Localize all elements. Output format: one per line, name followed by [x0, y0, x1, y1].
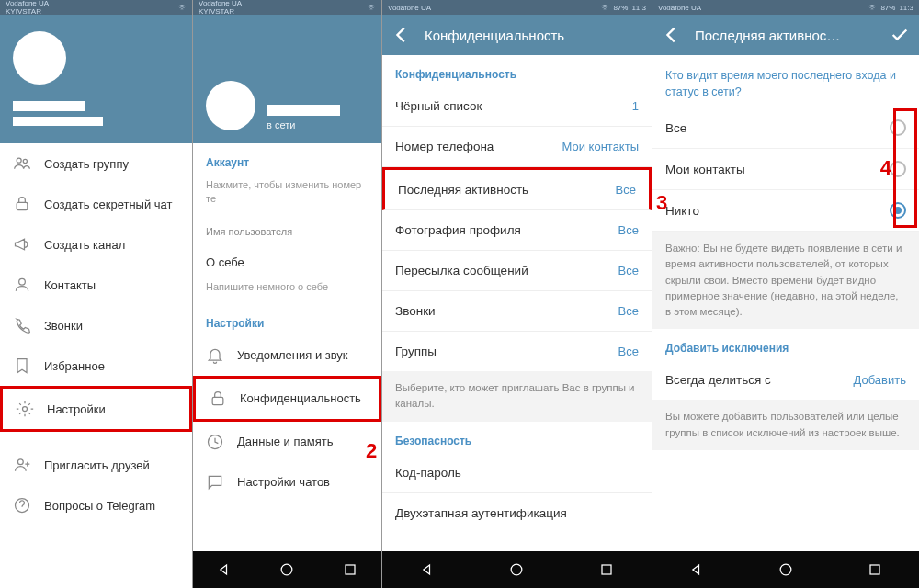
menu-label: Избранное	[44, 359, 105, 373]
status-bar: Vodafone UAKYIVSTAR	[0, 0, 192, 15]
row-always-share[interactable]: Всегда делиться сДобавить	[652, 360, 919, 400]
row-lastseen[interactable]: Последняя активностьВсе	[382, 167, 652, 210]
status-bar: Vodafone UA 87%11:3	[652, 0, 919, 15]
wifi-icon	[177, 3, 187, 12]
nav-back-icon[interactable]	[418, 560, 437, 579]
menu-settings[interactable]: Настройки 1	[0, 386, 192, 432]
nav-back-icon[interactable]	[687, 560, 706, 579]
annotation-4-box	[893, 108, 917, 228]
avatar[interactable]	[206, 81, 255, 130]
adduser-icon	[13, 456, 31, 474]
row-value: Все	[618, 264, 639, 277]
row-label: Код-пароль	[395, 466, 461, 480]
settings-privacy[interactable]: Конфиденциальность	[193, 376, 381, 422]
menu-label: Звонки	[44, 319, 83, 333]
nav-home-icon[interactable]	[278, 560, 296, 579]
row-label: Номер телефона	[395, 140, 494, 153]
row-phone[interactable]: Номер телефонаМои контакты	[382, 127, 652, 167]
profile-info: в сети	[267, 105, 369, 130]
option-nobody[interactable]: Никто	[652, 190, 919, 232]
row-blacklist[interactable]: Чёрный список1	[382, 86, 652, 127]
nav-home-icon[interactable]	[507, 560, 526, 579]
avatar[interactable]	[13, 31, 66, 85]
lock-icon	[209, 390, 227, 408]
nav-back-icon[interactable]	[215, 560, 233, 579]
nav-bar	[652, 551, 919, 588]
about-row[interactable]: О себе	[193, 248, 381, 277]
nav-recent-icon[interactable]	[866, 560, 884, 579]
menu-faq[interactable]: Вопросы о Telegram	[0, 485, 192, 526]
bookmark-icon	[13, 356, 31, 375]
nav-recent-icon[interactable]	[597, 560, 616, 579]
drawer-header	[0, 15, 192, 143]
menu-calls[interactable]: Звонки	[0, 305, 192, 345]
exceptions-note: Вы можете добавить пользователей или цел…	[652, 400, 919, 450]
setting-label: Конфиденциальность	[240, 391, 361, 405]
row-value: 1	[632, 99, 639, 113]
user-icon	[13, 276, 31, 294]
row-value: Мои контакты	[562, 140, 640, 153]
row-photo[interactable]: Фотография профиляВсе	[382, 210, 652, 251]
settings-pane: Vodafone UAKYIVSTAR в сети Аккаунт Нажми…	[193, 0, 382, 588]
row-value: Все	[618, 223, 639, 237]
setting-label: Настройки чатов	[237, 475, 330, 489]
menu-label: Создать группу	[44, 157, 129, 171]
status-bar: Vodafone UAKYIVSTAR	[193, 0, 381, 15]
menu-contacts[interactable]: Контакты	[0, 265, 192, 305]
wifi-icon	[868, 3, 877, 12]
settings-data[interactable]: Данные и память	[193, 422, 381, 462]
help-icon	[13, 496, 31, 514]
annotation-4: 4	[880, 156, 891, 180]
row-label: Всегда делиться с	[665, 373, 771, 387]
settings-notifications[interactable]: Уведомления и звук	[193, 335, 381, 376]
menu-create-group[interactable]: Создать группу	[0, 143, 192, 184]
row-label: Последняя активность	[398, 183, 528, 197]
menu-secret-chat[interactable]: Создать секретный чат	[0, 184, 192, 224]
menu-saved[interactable]: Избранное	[0, 345, 192, 386]
important-note: Важно: Вы не будете видеть появление в с…	[652, 232, 919, 329]
row-label: Пересылка сообщений	[395, 264, 528, 277]
privacy-pane: Vodafone UA 87%11:3 Конфиденциальность К…	[382, 0, 652, 588]
setting-label: Данные и память	[237, 435, 333, 448]
option-label: Мои контакты	[665, 163, 745, 176]
privacy-header: Конфиденциальность	[382, 15, 652, 55]
menu-label: Пригласить друзей	[44, 458, 150, 472]
username-row[interactable]: Имя пользователя	[193, 216, 381, 248]
security-section: Безопасность	[382, 422, 652, 453]
row-label: Группы	[395, 345, 437, 358]
row-label: Двухэтапная аутентификация	[395, 506, 567, 520]
back-icon[interactable]	[662, 25, 682, 45]
about-hint: Напишите немного о себе	[193, 277, 381, 303]
back-icon[interactable]	[391, 25, 412, 45]
groups-note: Выберите, кто может приглашать Вас в гру…	[382, 371, 652, 422]
lastseen-pane: Vodafone UA 87%11:3 Последняя активнос… …	[652, 0, 919, 588]
nav-recent-icon[interactable]	[341, 560, 359, 579]
exceptions-section: Добавить исключения	[652, 329, 919, 360]
drawer-pane: Vodafone UAKYIVSTAR Создать группу Созда…	[0, 0, 193, 588]
option-contacts[interactable]: Мои контакты	[652, 149, 919, 190]
menu-label: Настройки	[47, 402, 106, 416]
check-icon[interactable]	[890, 25, 910, 45]
page-title: Конфиденциальность	[425, 28, 642, 43]
wifi-icon	[600, 3, 609, 12]
annotation-3: 3	[656, 191, 667, 215]
menu-create-channel[interactable]: Создать канал	[0, 224, 192, 265]
gear-icon	[16, 400, 34, 418]
row-calls[interactable]: ЗвонкиВсе	[382, 291, 652, 332]
option-all[interactable]: Все	[652, 107, 919, 149]
menu-label: Контакты	[44, 278, 96, 292]
row-groups[interactable]: ГруппыВсе	[382, 332, 652, 371]
nav-home-icon[interactable]	[777, 560, 795, 579]
menu-invite[interactable]: Пригласить друзей	[0, 445, 192, 485]
row-2fa[interactable]: Двухэтапная аутентификация	[382, 493, 652, 533]
settings-chats[interactable]: Настройки чатов	[193, 462, 381, 503]
account-hint: Нажмите, чтобы изменить номер те	[193, 175, 381, 216]
phone-icon	[13, 316, 31, 334]
profile-name[interactable]	[13, 101, 179, 126]
bell-icon	[206, 346, 224, 365]
megaphone-icon	[13, 235, 31, 254]
nav-bar	[193, 551, 381, 588]
question-text: Кто видит время моего последнего входа и…	[652, 55, 919, 107]
row-forward[interactable]: Пересылка сообщенийВсе	[382, 251, 652, 291]
row-passcode[interactable]: Код-пароль	[382, 453, 652, 493]
